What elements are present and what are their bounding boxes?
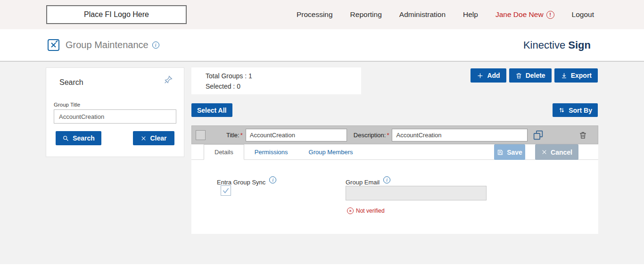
tab-bar: Details Permissions Group Members Save xyxy=(191,144,598,160)
nav-reporting[interactable]: Reporting xyxy=(350,10,382,19)
save-disk-icon xyxy=(497,149,504,156)
group-title-label: Group Title xyxy=(54,102,80,108)
search-panel-title: Search xyxy=(59,78,83,87)
footer-strip xyxy=(0,264,644,274)
group-email-label: Group Emaili xyxy=(346,176,390,186)
title-input[interactable] xyxy=(246,129,347,141)
not-verified-status: ✕ Not verified xyxy=(347,208,385,214)
add-button[interactable]: Add xyxy=(471,68,506,83)
row-trash-icon[interactable] xyxy=(578,131,587,140)
fi-logo-placeholder: Place FI Logo Here xyxy=(46,5,187,24)
search-button[interactable]: Search xyxy=(56,131,101,145)
top-bar: Place FI Logo Here Processing Reporting … xyxy=(0,0,644,29)
description-input[interactable] xyxy=(392,129,528,141)
search-panel: Search Group Title Search xyxy=(46,67,184,157)
nav-processing[interactable]: Processing xyxy=(297,10,333,19)
brand-bold: Sign xyxy=(568,39,591,51)
required-asterisk: * xyxy=(240,132,243,139)
selected-count: Selected : 0 xyxy=(206,83,361,90)
tab-group-members[interactable]: Group Members xyxy=(298,144,363,159)
sort-arrows-icon xyxy=(558,107,565,114)
top-nav: Processing Reporting Administration Help… xyxy=(297,10,594,19)
row-checkbox[interactable] xyxy=(196,130,206,140)
save-button[interactable]: Save xyxy=(494,144,525,160)
group-email-info-icon[interactable]: i xyxy=(383,176,390,183)
fi-logo-text: Place FI Logo Here xyxy=(84,10,149,19)
pin-icon[interactable] xyxy=(163,75,173,85)
plus-icon xyxy=(477,72,484,79)
nav-logout[interactable]: Logout xyxy=(572,10,594,19)
brand-regular: Kinective xyxy=(523,39,565,51)
sort-by-button[interactable]: Sort By xyxy=(553,103,598,117)
copy-icon[interactable] xyxy=(532,129,544,141)
nav-user[interactable]: Jane Doe New ! xyxy=(495,10,554,19)
total-groups-count: Total Groups : 1 xyxy=(206,72,361,80)
user-name: Jane Doe New xyxy=(495,10,544,19)
nav-help[interactable]: Help xyxy=(463,10,478,19)
group-title-input[interactable] xyxy=(54,109,176,124)
cancel-button[interactable]: Cancel xyxy=(535,144,578,160)
clear-button[interactable]: Clear xyxy=(133,131,174,145)
summary-card: Total Groups : 1 Selected : 0 xyxy=(191,67,361,94)
select-all-button[interactable]: Select All xyxy=(191,103,232,117)
clear-x-icon xyxy=(140,135,147,141)
detail-card: Details Permissions Group Members Save xyxy=(191,144,598,234)
tab-permissions[interactable]: Permissions xyxy=(244,144,298,159)
entra-info-icon[interactable]: i xyxy=(269,176,276,183)
search-icon xyxy=(62,135,69,142)
entra-group-sync-label: Entra Group Synci xyxy=(217,176,276,186)
page-title-info-icon[interactable]: i xyxy=(152,42,159,49)
not-verified-x-icon: ✕ xyxy=(347,208,354,214)
page-header: Group Maintenance i Kinective Sign xyxy=(0,29,644,62)
details-tab-panel: Entra Group Synci Group Emaili ✕ Not ver… xyxy=(191,160,598,234)
group-row: Title:* Description:* xyxy=(191,125,598,144)
group-email-input[interactable] xyxy=(346,186,487,200)
group-maintenance-icon xyxy=(47,39,60,51)
export-button[interactable]: Export xyxy=(554,68,598,83)
trash-icon xyxy=(515,72,522,79)
brand-logo: Kinective Sign xyxy=(523,39,591,51)
toolbar: Add Delete Export xyxy=(471,68,598,83)
download-icon xyxy=(561,72,568,79)
required-asterisk: * xyxy=(387,132,389,139)
content-area: Search Group Title Search xyxy=(0,62,644,274)
delete-button[interactable]: Delete xyxy=(509,68,552,83)
title-label: Title:* xyxy=(226,132,243,139)
cancel-x-icon xyxy=(541,149,547,155)
description-label: Description:* xyxy=(354,132,389,139)
tab-actions: Save Cancel xyxy=(494,144,578,159)
tab-details[interactable]: Details xyxy=(204,144,244,160)
page-title: Group Maintenance xyxy=(66,40,149,50)
user-alert-icon[interactable]: ! xyxy=(546,11,554,19)
entra-group-sync-checkbox[interactable] xyxy=(221,185,231,196)
nav-administration[interactable]: Administration xyxy=(399,10,446,19)
app-window: Place FI Logo Here Processing Reporting … xyxy=(0,0,644,274)
